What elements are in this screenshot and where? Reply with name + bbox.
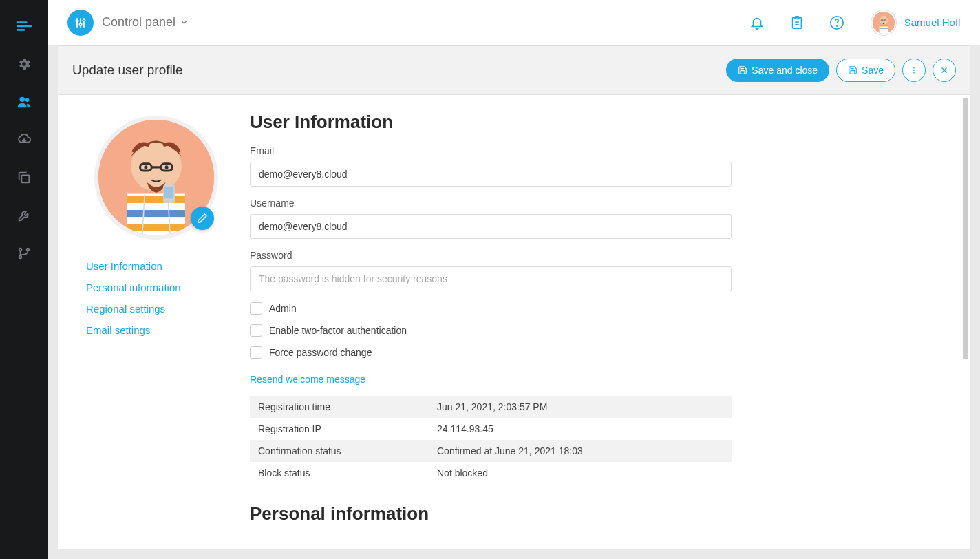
topbar: Control panel Samuel Hoff [48,0,980,45]
table-row: Registration time Jun 21, 2021, 2:03:57 … [250,396,732,418]
svg-rect-28 [879,28,888,29]
save-button[interactable]: Save [836,59,895,82]
sidebar-item-branch[interactable] [0,238,48,268]
svg-point-40 [164,165,168,169]
sidebar-item-tools[interactable] [0,200,48,231]
user-name: Samuel Hoff [904,17,961,28]
table-row: Block status Not blocked [250,462,732,484]
svg-point-4 [25,98,30,102]
svg-rect-27 [879,25,888,26]
twofa-label: Enable two-factor authentication [269,325,407,336]
svg-point-7 [19,255,22,258]
svg-point-12 [76,19,78,21]
block-label: Block status [250,462,429,484]
admin-checkbox[interactable] [250,302,262,315]
app-title: Control panel [102,15,175,30]
help-icon[interactable] [824,10,849,35]
svg-point-20 [836,25,837,26]
scrollbar[interactable] [963,98,968,359]
svg-point-29 [913,67,915,69]
svg-point-8 [27,248,30,251]
table-row: Confirmation status Confirmed at June 21… [250,440,732,462]
chevron-down-icon [180,18,189,27]
svg-point-3 [20,96,25,101]
user-menu[interactable]: Samuel Hoff [871,10,961,35]
reg-time-value: Jun 21, 2021, 2:03:57 PM [429,396,732,418]
force-password-label: Force password change [269,347,372,358]
more-vertical-icon [909,65,919,75]
brand-icon [67,10,94,36]
save-and-close-button[interactable]: Save and close [726,59,829,82]
page-title: Update user profile [72,63,183,78]
reg-time-label: Registration time [250,396,429,418]
confirmation-label: Confirmation status [250,440,429,462]
force-password-checkbox[interactable] [250,346,262,359]
username-field[interactable] [250,214,732,239]
clipboard-icon[interactable] [785,10,809,35]
svg-point-39 [144,165,147,169]
user-meta-table: Registration time Jun 21, 2021, 2:03:57 … [250,396,732,484]
close-button[interactable] [933,59,956,82]
nav-regional-settings[interactable]: Regional settings [86,303,226,315]
password-label: Password [250,250,732,261]
svg-point-30 [913,70,915,71]
block-value: Not blocked [429,462,732,484]
page-header: Update user profile Save and close Save [58,46,970,95]
sidebar-item-settings[interactable] [0,48,48,79]
reg-ip-label: Registration IP [250,418,429,440]
svg-point-13 [79,23,81,25]
password-field[interactable] [250,266,732,291]
edit-avatar-button[interactable] [191,207,214,230]
svg-rect-43 [127,210,185,217]
close-icon [939,65,949,75]
save-icon [738,65,747,75]
section-title-personal: Personal information [250,503,928,525]
admin-label: Admin [269,303,297,314]
reg-ip-value: 24.114.93.45 [429,418,732,440]
confirmation-value: Confirmed at June 21, 2021 18:03 [429,440,732,462]
sidebar-item-cloud[interactable] [0,124,48,155]
svg-point-6 [19,248,22,251]
svg-rect-46 [164,187,173,198]
svg-rect-42 [127,196,185,203]
more-actions-button[interactable] [902,59,926,82]
nav-personal-information[interactable]: Personal information [86,282,226,293]
table-row: Registration IP 24.114.93.45 [250,418,732,440]
nav-user-information[interactable]: User Information [86,260,226,272]
svg-point-31 [913,72,915,74]
profile-side-column: User Information Personal information Re… [58,95,237,549]
sidebar-item-copy[interactable] [0,162,48,193]
left-rail [0,0,48,559]
profile-main-column: User Information Email Username Password [237,95,970,549]
svg-rect-44 [127,224,185,231]
resend-welcome-link[interactable]: Resend welcome message [250,374,365,385]
svg-point-14 [83,19,85,21]
pencil-icon [197,213,208,224]
email-label: Email [250,145,732,156]
section-title-user-info: User Information [250,112,928,133]
save-icon [848,65,858,75]
nav-email-settings[interactable]: Email settings [86,324,226,336]
sidebar-item-users[interactable] [0,86,48,117]
twofa-checkbox[interactable] [250,324,262,337]
menu-toggle-icon[interactable] [0,10,48,41]
app-title-dropdown[interactable]: Control panel [102,15,189,30]
email-field[interactable] [250,162,732,187]
username-label: Username [250,198,732,209]
svg-rect-5 [21,175,29,182]
notifications-icon[interactable] [745,10,769,35]
avatar-small [871,10,896,35]
